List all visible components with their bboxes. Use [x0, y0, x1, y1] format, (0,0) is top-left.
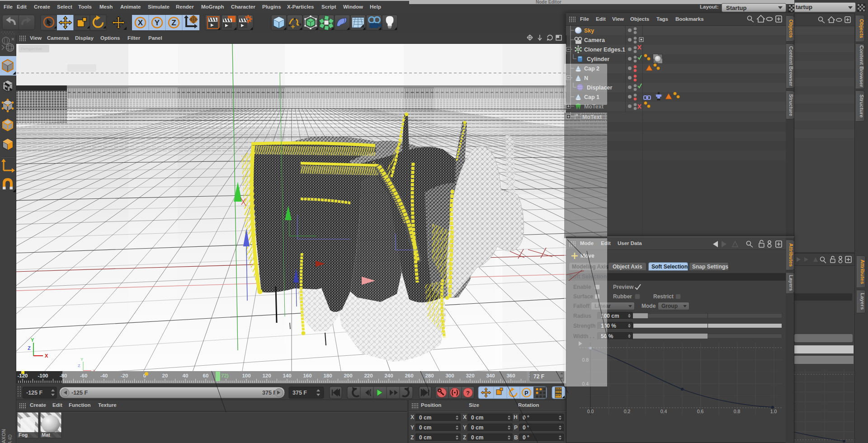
svg-text:340: 340 [486, 373, 495, 378]
svg-text:360: 360 [506, 373, 515, 378]
svg-text:?: ? [466, 390, 470, 396]
svg-text:120: 120 [262, 373, 271, 378]
svg-text:Mat: Mat [42, 432, 50, 438]
svg-text:-100: -100 [38, 373, 48, 378]
svg-text:240: 240 [384, 373, 393, 378]
svg-text:MAXON: MAXON [1, 429, 6, 443]
svg-text:375 F: 375 F [262, 390, 277, 396]
svg-text:220: 220 [364, 373, 373, 378]
svg-text:Y: Y [80, 357, 83, 362]
svg-text:-40: -40 [100, 373, 108, 378]
svg-text:260: 260 [405, 373, 413, 378]
svg-text:300: 300 [445, 373, 454, 378]
svg-text:0.8: 0.8 [734, 409, 741, 414]
svg-text:60: 60 [203, 373, 209, 378]
svg-text:40: 40 [183, 373, 189, 378]
svg-text:X: X [138, 19, 143, 27]
svg-text:Camera: Camera [584, 37, 605, 43]
svg-text:0.6: 0.6 [697, 409, 704, 414]
svg-text:1.0: 1.0 [770, 409, 777, 414]
svg-text:-80: -80 [60, 373, 67, 378]
svg-text:Z: Z [171, 19, 176, 27]
svg-text:Z: Z [28, 345, 31, 351]
svg-text:Z: Z [78, 363, 80, 368]
svg-text:CINEMA 4D: CINEMA 4D [8, 434, 13, 443]
svg-text:160: 160 [303, 373, 311, 378]
svg-text:-125 F: -125 F [71, 390, 88, 396]
svg-text:-125 F: -125 F [26, 390, 42, 396]
svg-text:72): 72) [221, 373, 229, 378]
svg-text:180: 180 [323, 373, 332, 378]
svg-text:140: 140 [283, 373, 291, 378]
svg-text:100: 100 [242, 373, 250, 378]
svg-text:-20: -20 [121, 373, 128, 378]
svg-text:P: P [524, 390, 528, 396]
svg-text:Y: Y [31, 337, 34, 343]
svg-text:Y: Y [155, 19, 160, 27]
svg-text:200: 200 [344, 373, 352, 378]
svg-text:280: 280 [425, 373, 434, 378]
svg-text:Perspective: Perspective [21, 47, 42, 51]
svg-text:Fog: Fog [19, 432, 28, 438]
svg-text:X: X [45, 353, 48, 358]
svg-text:0.4: 0.4 [660, 409, 667, 414]
svg-text:20: 20 [162, 373, 168, 378]
svg-text:0.2: 0.2 [624, 409, 631, 414]
svg-text:72 F: 72 F [533, 373, 544, 380]
svg-text:320: 320 [466, 373, 474, 378]
svg-text:0.0: 0.0 [587, 409, 594, 414]
svg-text:375 F: 375 F [292, 390, 307, 396]
svg-text:0.4: 0.4 [582, 381, 589, 386]
svg-text:-60: -60 [80, 373, 88, 378]
